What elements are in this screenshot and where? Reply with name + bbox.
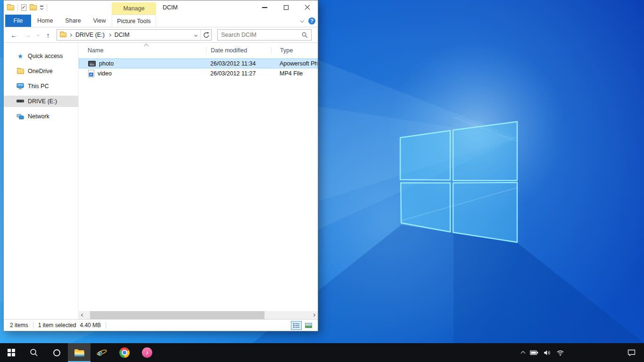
breadcrumb-drive[interactable]: DRIVE (E:) (73, 32, 107, 38)
sidebar-item-label: Quick access (28, 53, 63, 59)
file-explorer-icon (74, 348, 85, 357)
address-dropdown-icon[interactable] (191, 34, 200, 36)
search-icon (30, 348, 38, 357)
sidebar-item-onedrive[interactable]: OneDrive (4, 66, 78, 77)
close-icon (305, 5, 310, 10)
cortana-icon (53, 349, 60, 356)
manage-contextual-header[interactable]: Manage (112, 2, 156, 15)
volume-icon[interactable] (544, 350, 551, 356)
file-row-video[interactable]: video 26/03/2012 11:27 MP4 File (79, 68, 318, 78)
action-center-button[interactable] (627, 349, 636, 356)
file-type: MP4 File (272, 70, 317, 77)
file-name: video (98, 70, 112, 77)
help-icon[interactable]: ? (308, 17, 315, 25)
file-date-modified: 26/03/2012 11:34 (206, 60, 272, 67)
window-title: DCIM (163, 0, 178, 15)
ribbon-right-controls: ? (301, 15, 315, 27)
title-bar: ✓ Manage DCIM (4, 0, 318, 15)
scroll-left-icon[interactable] (79, 311, 87, 319)
itunes-button[interactable]: ♪ (136, 343, 158, 362)
tab-view[interactable]: View (87, 15, 112, 27)
address-bar[interactable]: DRIVE (E:) DCIM (57, 29, 201, 41)
column-header-type[interactable]: Type (272, 47, 318, 54)
column-headers: Name Date modified Type (79, 43, 318, 56)
refresh-button[interactable] (200, 29, 212, 41)
photo-file-icon (88, 61, 96, 66)
properties-icon[interactable]: ✓ (21, 4, 26, 11)
main-content: ★ Quick access OneDrive (4, 43, 318, 319)
maximize-button[interactable] (275, 0, 297, 15)
ribbon-tabs: File Home Share View Picture Tools ? (4, 15, 318, 27)
sidebar-item-drive-e[interactable]: DRIVE (E:) (4, 96, 78, 107)
taskbar: e ♪ (0, 343, 644, 362)
sidebar-item-this-pc[interactable]: This PC (4, 81, 78, 92)
maximize-icon (284, 5, 289, 10)
close-button[interactable] (297, 0, 318, 15)
back-button[interactable]: ← (8, 29, 21, 41)
details-view-icon (293, 323, 299, 328)
details-view-button[interactable] (291, 321, 302, 330)
file-explorer-window-icon[interactable] (7, 5, 14, 10)
status-bar: 2 items 1 item selected 4.40 MB (4, 319, 318, 331)
tab-picture-tools[interactable]: Picture Tools (112, 15, 156, 27)
quick-access-star-icon: ★ (17, 52, 24, 60)
column-header-date-modified[interactable]: Date modified (206, 47, 272, 54)
horizontal-scrollbar[interactable] (79, 311, 318, 319)
tab-file[interactable]: File (5, 15, 31, 27)
drive-icon (17, 98, 24, 105)
hidden-icons-chevron-icon[interactable] (521, 351, 526, 356)
view-switcher (291, 321, 314, 330)
recent-locations-icon[interactable] (34, 29, 42, 41)
search-icon[interactable] (302, 32, 308, 38)
breadcrumb-dcim[interactable]: DCIM (112, 32, 132, 38)
navigation-bar: ← → ↑ DRIVE (E:) DCIM (4, 27, 318, 43)
tab-home[interactable]: Home (31, 15, 59, 27)
search-input[interactable] (221, 32, 302, 38)
expand-ribbon-icon[interactable] (300, 19, 304, 23)
windows-start-icon (8, 349, 15, 356)
up-button[interactable]: ↑ (42, 29, 54, 41)
file-type: Apowersoft Pho (272, 60, 317, 67)
file-rows: photo 26/03/2012 11:34 Apowersoft Pho (79, 58, 318, 78)
scroll-right-icon[interactable] (310, 311, 318, 319)
breadcrumb-chevron-icon[interactable] (108, 33, 111, 36)
breadcrumb-chevron-icon[interactable] (69, 33, 72, 36)
navigation-pane: ★ Quick access OneDrive (4, 43, 78, 319)
separator (106, 322, 106, 329)
column-header-name[interactable]: Name (79, 47, 206, 54)
cortana-button[interactable] (45, 343, 68, 362)
forward-button[interactable]: → (21, 29, 34, 41)
separator (17, 4, 18, 11)
onedrive-folder-icon (17, 67, 24, 75)
search-box[interactable] (217, 29, 312, 41)
minimize-button[interactable] (254, 0, 275, 15)
thumbnails-view-button[interactable] (303, 321, 314, 330)
internet-explorer-button[interactable]: e (91, 343, 113, 362)
taskbar-search-button[interactable] (23, 343, 45, 362)
scrollbar-thumb[interactable] (90, 311, 264, 319)
start-button[interactable] (0, 343, 23, 362)
network-icon (17, 113, 24, 120)
tab-share[interactable]: Share (59, 15, 87, 27)
system-tray (521, 343, 644, 362)
file-list-pane: Name Date modified Type photo (78, 43, 318, 319)
selection-count: 1 item selected (38, 322, 76, 329)
sidebar-item-label: DRIVE (E:) (28, 98, 57, 105)
internet-explorer-icon: e (96, 347, 107, 358)
wifi-network-icon[interactable] (556, 350, 564, 356)
file-row-photo[interactable]: photo 26/03/2012 11:34 Apowersoft Pho (79, 58, 318, 68)
action-center-icon (627, 349, 636, 356)
separator (47, 4, 47, 11)
quick-access-toolbar: ✓ (7, 0, 47, 15)
file-explorer-window: ✓ Manage DCIM File Home Share View P (3, 0, 318, 331)
sidebar-item-quick-access[interactable]: ★ Quick access (4, 50, 78, 62)
file-date-modified: 26/03/2012 11:27 (206, 70, 272, 77)
customize-quick-access-icon[interactable] (40, 6, 43, 9)
new-folder-icon[interactable] (30, 5, 37, 10)
battery-icon[interactable] (530, 350, 538, 355)
taskbar-file-explorer-button[interactable] (68, 343, 91, 362)
file-name: photo (99, 60, 114, 67)
chrome-button[interactable] (113, 343, 136, 362)
sidebar-item-network[interactable]: Network (4, 111, 78, 122)
selection-size: 4.40 MB (80, 322, 101, 329)
